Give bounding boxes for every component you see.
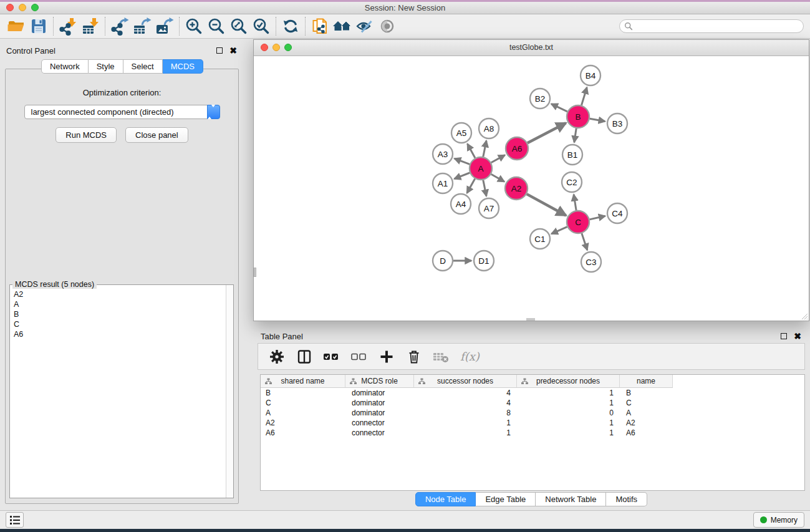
node-B2[interactable]: B2 — [530, 89, 550, 109]
delete-table-icon — [433, 348, 450, 365]
tab-network[interactable]: Network — [41, 59, 89, 74]
edge-A-A3[interactable] — [455, 158, 470, 164]
network-horizontal-scroll-thumb[interactable] — [526, 318, 535, 321]
edge-B-B4[interactable] — [582, 87, 587, 105]
edge-C-C4[interactable] — [590, 216, 605, 220]
float-table-panel-icon[interactable] — [781, 333, 787, 339]
table-settings-gear-icon[interactable] — [268, 348, 286, 365]
network-vertical-scroll-thumb[interactable] — [254, 268, 256, 277]
node-B[interactable]: B — [567, 105, 589, 128]
float-panel-icon[interactable] — [216, 47, 223, 54]
hide-eye-icon[interactable] — [354, 16, 376, 37]
edge-A-A7[interactable] — [483, 180, 486, 196]
node-C[interactable]: C — [567, 211, 589, 233]
column-header-name[interactable]: name — [620, 375, 673, 388]
node-D[interactable]: D — [433, 251, 453, 271]
import-network-icon[interactable] — [57, 16, 79, 37]
tab-mcds[interactable]: MCDS — [163, 59, 203, 74]
edge-A-A5[interactable] — [468, 144, 475, 158]
edge-C-C1[interactable] — [551, 227, 567, 234]
table-row[interactable]: Adominator80A — [261, 408, 804, 418]
zoom-fit-icon[interactable] — [228, 16, 250, 37]
edge-A-A4[interactable] — [467, 179, 475, 193]
deselect-all-icon[interactable] — [350, 348, 368, 365]
tab-edge-table[interactable]: Edge Table — [476, 492, 536, 506]
node-D1[interactable]: D1 — [474, 251, 494, 271]
node-A3[interactable]: A3 — [433, 144, 453, 164]
table-row[interactable]: A6connector11A6 — [261, 428, 804, 438]
edge-A-A6[interactable] — [491, 155, 505, 163]
edge-B-B1[interactable] — [574, 128, 576, 142]
table-row[interactable]: Cdominator41C — [261, 398, 804, 408]
tab-select[interactable]: Select — [123, 59, 163, 74]
tab-node-table[interactable]: Node Table — [415, 492, 476, 506]
tab-motifs[interactable]: Motifs — [606, 492, 647, 506]
node-A2[interactable]: A2 — [505, 177, 528, 200]
table-row[interactable]: A2connector11A2 — [261, 418, 804, 428]
node-B3[interactable]: B3 — [607, 114, 627, 133]
tab-network-table[interactable]: Network Table — [536, 492, 606, 506]
memory-button[interactable]: Memory — [753, 512, 804, 528]
column-header-successor-nodes[interactable]: successor nodes — [414, 375, 517, 388]
result-scrollbar[interactable] — [226, 285, 233, 498]
edge-A2-C[interactable] — [527, 194, 566, 215]
export-image-icon[interactable] — [153, 16, 176, 37]
mcds-result-item[interactable]: B — [14, 309, 222, 319]
select-all-icon[interactable] — [323, 348, 340, 365]
mcds-result-item[interactable]: A6 — [14, 329, 222, 339]
run-mcds-button[interactable]: Run MCDS — [55, 127, 117, 143]
refresh-icon[interactable] — [279, 16, 302, 37]
mcds-result-item[interactable]: C — [14, 319, 222, 329]
node-A7[interactable]: A7 — [479, 198, 499, 218]
edge-B-B3[interactable] — [590, 118, 605, 121]
network-window-titlebar[interactable]: testGlobe.txt — [254, 40, 809, 56]
clone-network-icon[interactable] — [309, 16, 331, 37]
save-session-icon[interactable] — [27, 16, 50, 37]
column-header-mcds-role[interactable]: MCDS role — [345, 375, 414, 388]
node-A1[interactable]: A1 — [433, 173, 453, 193]
search-input[interactable] — [619, 19, 804, 33]
node-A4[interactable]: A4 — [451, 194, 471, 214]
edge-B-B2[interactable] — [551, 104, 567, 112]
zoom-out-icon[interactable] — [205, 16, 228, 37]
edge-A6-B[interactable] — [528, 123, 566, 143]
edge-A-A1[interactable] — [455, 173, 470, 179]
close-table-panel-icon[interactable]: ✖ — [794, 332, 801, 341]
zoom-selected-icon[interactable] — [250, 16, 272, 37]
open-folder-icon[interactable] — [5, 16, 27, 37]
delete-column-trash-icon[interactable] — [405, 348, 423, 365]
table-row[interactable]: Bdominator41B — [261, 388, 804, 398]
resize-grip-icon[interactable] — [800, 312, 808, 320]
close-panel-button[interactable]: Close panel — [125, 127, 188, 143]
network-canvas[interactable]: AA1A2A3A4A5A6A7A8BB1B2B3B4CC1C2C3C4DD1 — [254, 56, 809, 321]
column-header-shared-name[interactable]: shared name — [261, 375, 345, 388]
node-C2[interactable]: C2 — [562, 172, 582, 192]
export-network-icon[interactable] — [108, 16, 131, 37]
node-A6[interactable]: A6 — [506, 137, 528, 160]
export-table-icon[interactable] — [131, 16, 153, 37]
zoom-in-icon[interactable] — [183, 16, 205, 37]
edge-A-A8[interactable] — [483, 141, 486, 157]
task-history-button[interactable] — [6, 512, 24, 528]
mcds-result-item[interactable]: A — [14, 299, 222, 309]
import-table-icon[interactable] — [79, 16, 102, 37]
node-B4[interactable]: B4 — [581, 65, 600, 85]
add-column-icon[interactable] — [378, 348, 395, 365]
node-B1[interactable]: B1 — [562, 145, 582, 165]
edge-C-C2[interactable] — [574, 195, 576, 210]
node-A[interactable]: A — [470, 157, 492, 180]
node-A8[interactable]: A8 — [479, 118, 499, 138]
edge-A-A2[interactable] — [491, 174, 504, 181]
show-column-icon[interactable] — [296, 348, 313, 365]
node-C4[interactable]: C4 — [607, 203, 627, 223]
node-C1[interactable]: C1 — [530, 229, 550, 249]
node-C3[interactable]: C3 — [581, 252, 601, 272]
column-header-predecessor-nodes[interactable]: predecessor nodes — [517, 375, 620, 388]
close-panel-icon[interactable]: ✖ — [229, 46, 237, 55]
tab-style[interactable]: Style — [89, 59, 123, 74]
node-A5[interactable]: A5 — [451, 123, 471, 143]
criterion-dropdown[interactable]: largest connected component (directed) — [24, 105, 220, 119]
edge-C-C3[interactable] — [582, 233, 587, 250]
mcds-result-item[interactable]: A2 — [14, 289, 222, 299]
go-home-icon[interactable] — [331, 16, 354, 37]
